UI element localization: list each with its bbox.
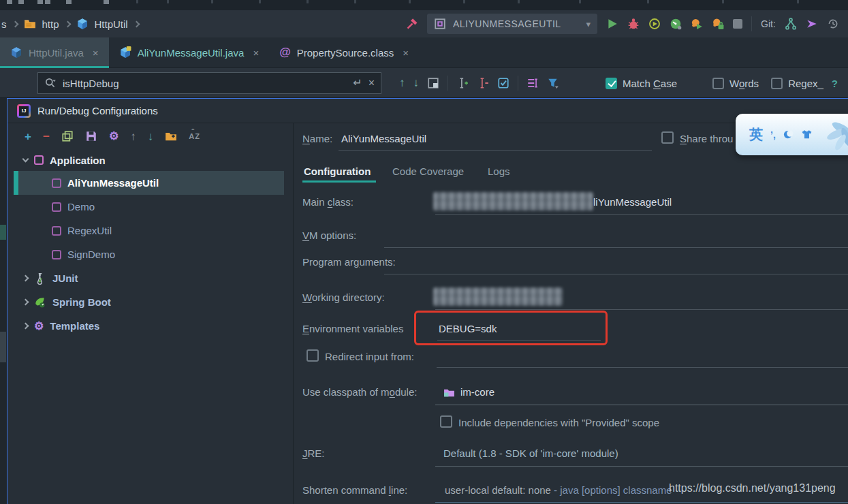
move-up-icon[interactable]: ↑ — [130, 131, 136, 142]
name-field[interactable]: AliYunMessageUtil — [341, 133, 426, 144]
jre-field[interactable]: Default (1.8 - SDK of 'im-core' module) — [443, 447, 618, 459]
search-icon[interactable] — [44, 77, 57, 89]
copy-configuration-icon[interactable] — [61, 130, 74, 142]
tab-code-coverage[interactable]: Code Coverage — [392, 166, 464, 177]
previous-occurrence-icon[interactable]: ↑ — [399, 76, 405, 90]
words-option[interactable]: Words — [712, 78, 759, 89]
program-arguments-underline[interactable] — [384, 274, 848, 274]
breadcrumb-package[interactable]: http — [42, 18, 59, 30]
breadcrumb-prefix[interactable]: s — [1, 18, 7, 30]
clear-search-icon[interactable]: × — [368, 78, 375, 89]
redirect-input-checkbox[interactable] — [307, 349, 319, 362]
tab-logs[interactable]: Logs — [488, 166, 510, 177]
words-label: Words — [729, 78, 759, 89]
breadcrumb-class[interactable]: HttpUtil — [95, 18, 128, 30]
program-arguments-label: Program arguments: — [302, 256, 396, 268]
menu-remnant — [18, 0, 24, 4]
tree-group-junit[interactable]: JUnit — [7, 266, 293, 290]
menu-remnant — [7, 0, 12, 4]
debug-button[interactable] — [627, 18, 640, 30]
vm-options-underline[interactable] — [384, 247, 848, 248]
run-with-profiler-icon[interactable] — [691, 18, 703, 30]
shorten-command-line-field[interactable]: user-local default: none - java [options… — [445, 484, 672, 496]
chevron-collapsed-icon[interactable] — [22, 299, 29, 306]
run-config-name: ALIYUNMESSAGEUTIL — [453, 18, 579, 29]
match-case-option[interactable]: Match Case — [606, 78, 677, 89]
add-selection-icon[interactable] — [456, 77, 469, 89]
remove-selection-icon[interactable] — [477, 77, 489, 89]
red-annotation-box — [414, 311, 608, 345]
multiline-search-icon[interactable] — [527, 77, 539, 89]
find-in-selection-icon[interactable] — [427, 77, 439, 89]
next-occurrence-icon[interactable]: ↓ — [413, 76, 420, 90]
remove-configuration-button[interactable]: − — [43, 131, 50, 142]
dialog-title-bar[interactable]: Run/Debug Configurations — [7, 99, 848, 123]
toolbar-separator — [751, 16, 752, 31]
tree-item-regexutil[interactable]: RegexUtil — [7, 219, 293, 242]
ime-moon-icon[interactable] — [783, 129, 794, 140]
search-query[interactable]: isHttpDebug — [63, 78, 347, 89]
add-configuration-button[interactable]: + — [25, 131, 31, 142]
new-folder-icon[interactable] — [165, 130, 177, 142]
git-push-icon[interactable] — [806, 18, 818, 30]
chevron-collapsed-icon[interactable] — [22, 323, 29, 330]
close-icon[interactable]: × — [403, 47, 409, 59]
tab-configuration[interactable]: Configuration — [304, 166, 371, 177]
shorten-command-line-label: Shorten command line: — [302, 484, 407, 496]
history-icon-clipped[interactable] — [827, 18, 839, 30]
run-configuration-selector[interactable]: ALIYUNMESSAGEUTIL ▾ — [427, 14, 597, 34]
share-checkbox[interactable] — [661, 131, 674, 144]
menu-remnant — [104, 0, 109, 4]
tab-aliyunmessageutil[interactable]: AliYunMessageUtil.java × — [109, 37, 270, 67]
tree-group-spring-boot[interactable]: Spring Boot — [7, 290, 293, 314]
match-case-checkbox[interactable] — [606, 78, 617, 89]
tree-item-label: Demo — [67, 201, 95, 212]
close-icon[interactable]: × — [253, 47, 259, 59]
run-with-coverage-button[interactable] — [648, 18, 661, 30]
junit-icon — [34, 272, 46, 285]
include-provided-checkbox[interactable] — [440, 415, 452, 428]
ime-punctuation-icon[interactable]: ’, — [770, 129, 776, 140]
search-input[interactable]: isHttpDebug ↵ × — [37, 72, 381, 94]
close-icon[interactable]: × — [93, 47, 99, 59]
run-button[interactable] — [606, 18, 618, 30]
chevron-expanded-icon[interactable] — [22, 155, 29, 162]
menu-remnant — [211, 0, 213, 3]
ime-language-mode[interactable]: 英 — [749, 125, 763, 144]
regex-help-icon[interactable]: ? — [832, 78, 838, 89]
share-label: Share throu — [680, 133, 733, 144]
stop-button[interactable] — [733, 19, 742, 29]
tree-group-application[interactable]: Application — [7, 149, 293, 171]
profiler-button[interactable] — [670, 18, 682, 30]
words-checkbox[interactable] — [712, 78, 724, 89]
search-filter-icon[interactable] — [547, 77, 559, 89]
environment-variables-label: Environment variables — [302, 323, 403, 334]
move-down-icon[interactable]: ↓ — [148, 131, 154, 142]
use-classpath-label: Use classpath of module: — [302, 386, 417, 398]
git-label: Git: — [761, 18, 776, 29]
chevron-collapsed-icon[interactable] — [22, 275, 29, 282]
tab-httputil[interactable]: HttpUtil.java × — [0, 37, 109, 67]
build-hammer-icon[interactable] — [406, 18, 418, 30]
use-classpath-field[interactable]: im-core — [460, 386, 494, 398]
application-icon — [52, 202, 61, 212]
regex-checkbox[interactable] — [771, 78, 783, 89]
main-class-field[interactable]: liYunMessageUtil — [593, 196, 672, 208]
ime-status-popup[interactable]: 英 ’, — [736, 114, 848, 155]
tree-group-templates[interactable]: ⚙ Templates — [7, 314, 293, 338]
tree-item-demo[interactable]: Demo — [7, 195, 293, 219]
chevron-right-icon — [133, 20, 140, 27]
save-configuration-icon[interactable] — [85, 130, 97, 142]
working-directory-label: Working directory: — [302, 292, 385, 303]
tree-item-signdemo[interactable]: SignDemo — [7, 242, 293, 266]
edit-templates-gear-icon[interactable]: ⚙ — [109, 131, 119, 142]
ime-skin-icon[interactable] — [801, 129, 813, 140]
attach-profiler-icon[interactable] — [712, 18, 724, 30]
sort-alphabetically-icon[interactable]: AZ — [189, 132, 200, 140]
regex-option[interactable]: Regex_ — [771, 78, 823, 89]
git-branch-icon[interactable] — [785, 18, 797, 30]
select-all-occurrences-icon[interactable] — [497, 77, 509, 89]
tree-item-aliyunmessageutil[interactable]: AliYunMessageUtil — [14, 171, 284, 195]
chevron-down-icon: ▾ — [586, 19, 591, 29]
tab-propertysource[interactable]: @ PropertySource.class × — [269, 37, 419, 67]
